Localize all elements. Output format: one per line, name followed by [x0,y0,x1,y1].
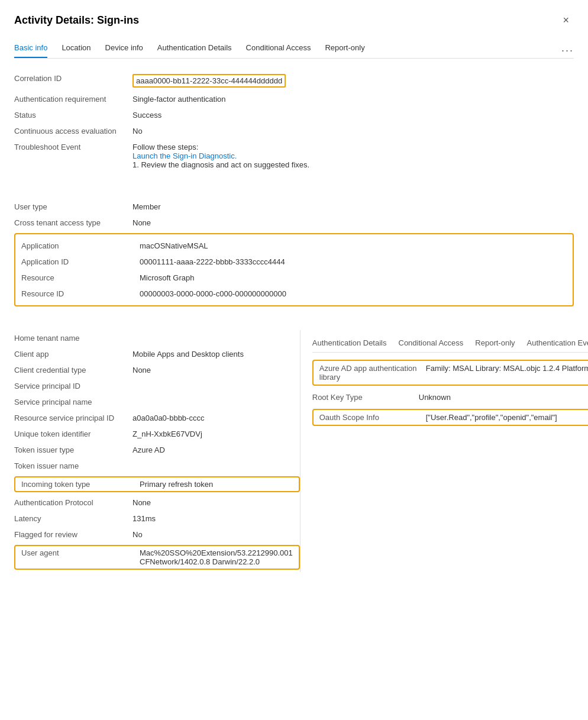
incoming-token-value: Primary refresh token [140,480,293,489]
oauth-scope-label: Oauth Scope Info [319,413,426,422]
client-app-label: Client app [14,350,133,359]
tab-conditional-access[interactable]: Conditional Access [246,38,311,58]
additional-details-content: Azure AD app authentication library Fami… [312,360,588,426]
application-id-value: 00001111-aaaa-2222-bbbb-3333cccc4444 [140,257,567,266]
client-app-value: Mobile Apps and Desktop clients [133,350,300,359]
client-cred-row: Client credential type None [14,362,300,378]
flagged-value: No [133,530,300,539]
basic-info-section: Correlation ID aaaa0000-bb11-2222-33cc-4… [14,70,574,173]
tab-device-info[interactable]: Device info [105,38,143,58]
service-principal-id-label: Service principal ID [14,382,133,390]
root-key-label: Root Key Type [312,393,419,402]
service-principal-name-row: Service principal name [14,394,300,410]
home-tenant-label: Home tenant name [14,334,133,343]
correlation-id-label: Correlation ID [14,74,133,83]
user-agent-value: Mac%20SSO%20Extension/53.2212990.001 CFN… [140,548,293,566]
application-group: Application macOSNativeMSAL Application … [14,233,574,306]
token-issuer-type-label: Token issuer type [14,445,133,454]
close-button[interactable]: × [558,12,574,29]
azure-ad-app-value: Family: MSAL Library: MSAL.objc 1.2.4 Pl… [426,364,588,373]
cae-value: No [133,127,574,135]
cross-tenant-value: None [133,218,574,227]
tab-report-only[interactable]: Report-only [325,38,364,58]
resource-value: Microsoft Graph [140,273,567,282]
user-agent-label: User agent [21,548,140,557]
application-value: macOSNativeMSAL [140,241,567,250]
token-issuer-type-value: Azure AD [133,445,300,454]
correlation-id-highlight: aaaa0000-bb11-2222-33cc-444444dddddd [133,74,286,88]
tabs-nav: Basic info Location Device info Authenti… [14,38,574,59]
resource-service-value: a0a0a0a0-bbbb-cccc [133,414,300,422]
latency-value: 131ms [133,514,300,523]
home-tenant-row: Home tenant name [14,330,300,346]
tabs-more[interactable]: ... [561,42,574,54]
service-principal-id-row: Service principal ID [14,378,300,394]
lower-area: Home tenant name Client app Mobile Apps … [14,330,574,572]
oauth-scope-row: Oauth Scope Info ["User.Read","profile",… [312,409,588,426]
status-label: Status [14,111,133,120]
cross-tenant-label: Cross tenant access type [14,218,133,227]
dialog-header: Activity Details: Sign-ins × [14,12,574,29]
left-column: Home tenant name Client app Mobile Apps … [14,330,300,572]
troubleshoot-step: Follow these steps: [133,143,574,151]
right-column: Authentication Details Conditional Acces… [300,330,588,572]
token-issuer-type-row: Token issuer type Azure AD [14,442,300,458]
latency-row: Latency 131ms [14,511,300,527]
oauth-scope-inner: Oauth Scope Info ["User.Read","profile",… [319,413,588,422]
user-type-row: User type Member [14,199,574,215]
token-issuer-name-label: Token issuer name [14,461,133,470]
root-key-row: Root Key Type Unknown [312,389,588,405]
auth-req-value: Single-factor authentication [133,95,574,104]
tab-location[interactable]: Location [62,38,91,58]
latency-label: Latency [14,514,133,523]
incoming-token-row: Incoming token type Primary refresh toke… [14,476,300,492]
flagged-label: Flagged for review [14,530,133,539]
auth-protocol-value: None [133,498,300,507]
unique-token-label: Unique token identifier [14,430,133,438]
troubleshoot-label: Troubleshoot Event [14,143,133,151]
application-label: Application [21,241,140,250]
correlation-id-row: Correlation ID aaaa0000-bb11-2222-33cc-4… [14,70,574,91]
incoming-token-label: Incoming token type [21,480,140,489]
troubleshoot-link[interactable]: Launch the Sign-in Diagnostic. [133,151,237,160]
unique-token-value: Z_nH-XxbkE67VDVj [133,430,300,438]
application-row: Application macOSNativeMSAL [21,238,567,254]
resource-id-row: Resource ID 00000003-0000-0000-c000-0000… [21,286,567,302]
correlation-id-value: aaaa0000-bb11-2222-33cc-444444dddddd [133,74,574,88]
sub-tab-conditional-access[interactable]: Conditional Access [399,335,464,352]
auth-protocol-label: Authentication Protocol [14,498,133,507]
tab-basic-info[interactable]: Basic info [14,38,47,58]
sub-tabs-nav: Authentication Details Conditional Acces… [312,335,588,353]
user-agent-row: User agent Mac%20SSO%20Extension/53.2212… [14,545,300,570]
unique-token-row: Unique token identifier Z_nH-XxbkE67VDVj [14,426,300,442]
troubleshoot-note: 1. Review the diagnosis and act on sugge… [133,160,574,169]
auth-req-label: Authentication requirement [14,95,133,104]
troubleshoot-value: Follow these steps: Launch the Sign-in D… [133,143,574,169]
service-principal-name-label: Service principal name [14,398,133,406]
resource-id-label: Resource ID [21,289,140,298]
client-cred-value: None [133,366,300,374]
sub-tab-auth-events[interactable]: Authentication Events [527,335,588,352]
root-key-value: Unknown [419,393,588,402]
status-value: Success [133,111,574,120]
cross-tenant-row: Cross tenant access type None [14,215,574,231]
oauth-scope-value: ["User.Read","profile","openid","email"] [426,413,588,422]
status-row: Status Success [14,107,574,123]
auth-req-row: Authentication requirement Single-factor… [14,91,574,107]
azure-ad-app-label: Azure AD app authentication library [319,364,426,382]
sub-tab-auth-details[interactable]: Authentication Details [312,335,387,352]
resource-label: Resource [21,273,140,282]
user-type-label: User type [14,202,133,211]
application-id-label: Application ID [21,257,140,266]
dialog-title: Activity Details: Sign-ins [14,14,139,27]
resource-service-row: Resource service principal ID a0a0a0a0-b… [14,410,300,426]
token-issuer-name-row: Token issuer name [14,458,300,474]
resource-row: Resource Microsoft Graph [21,270,567,286]
azure-ad-app-inner: Azure AD app authentication library Fami… [319,364,588,382]
auth-protocol-row: Authentication Protocol None [14,495,300,511]
resource-service-label: Resource service principal ID [14,414,133,422]
sub-tab-report-only[interactable]: Report-only [475,335,515,352]
client-cred-label: Client credential type [14,366,133,374]
client-app-row: Client app Mobile Apps and Desktop clien… [14,346,300,362]
tab-auth-details[interactable]: Authentication Details [157,38,232,58]
